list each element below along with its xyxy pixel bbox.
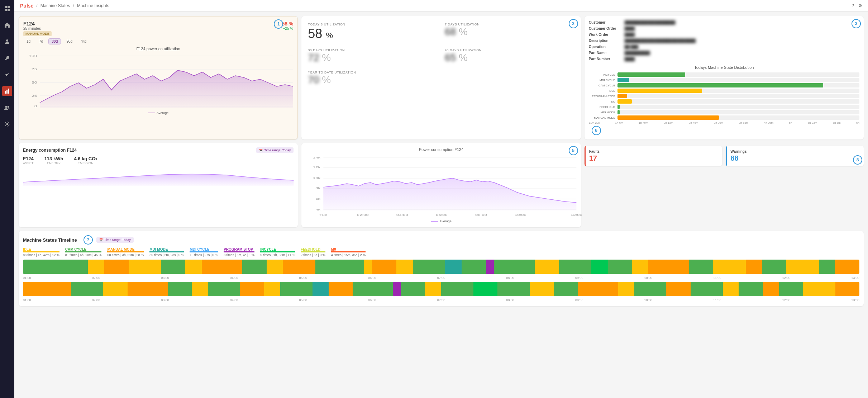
sidebar-icon-tool[interactable] <box>2 53 12 63</box>
energy-value: 113 kWh <box>44 156 63 161</box>
machine-pct-value: 58 % <box>282 21 293 27</box>
timeline-bar-2 <box>23 282 859 296</box>
legend-cam-cycle: CAM CYCLE 81 times | 6h, 10m | 45 % <box>65 247 102 257</box>
timeline-header: Machine States Timeline 7 📅 Time range: … <box>23 235 859 245</box>
metric-asset: F124 ASSET <box>23 156 34 165</box>
util-7d-value: 68 % <box>445 26 574 38</box>
util-30d-value: 72 % <box>308 52 438 63</box>
machine-mode-badge: MANUAL MODE <box>23 31 52 36</box>
svg-text:25: 25 <box>32 94 37 98</box>
svg-text:100: 100 <box>29 54 37 58</box>
util-7d: 7 DAYS UTILIZATION 68 % <box>443 20 577 43</box>
util-90d-value: 65 % <box>445 52 574 63</box>
svg-text:50: 50 <box>32 81 37 84</box>
card-energy: Energy consumption F124 📅 Time range: To… <box>19 143 298 227</box>
dashboard: F124 25 minutes MANUAL MODE 58 % +25 % 1… <box>14 12 868 398</box>
card-utilization-stats: 2 TODAY'S UTILIZATION 58 % 7 DAYS UTILIZ… <box>301 16 581 139</box>
asset-value: F124 <box>23 156 34 161</box>
legend-feedhold: FEEDHOLD 2 times | 5s | 0 % <box>301 247 325 257</box>
machine-id: F124 <box>23 21 52 27</box>
sidebar-icon-chart[interactable] <box>2 86 12 96</box>
help-icon[interactable]: ? <box>852 3 854 8</box>
utilization-chart: 100 75 50 25 0 TueThuSatMonWedFriSunTueT… <box>23 52 293 110</box>
sidebar-icon-group[interactable] <box>2 103 12 113</box>
tab-ytd[interactable]: Ytd <box>78 38 90 44</box>
svg-text:12k: 12k <box>313 166 321 169</box>
faults-card: Faults 17 <box>585 146 722 166</box>
period-tabs: 1d 7d 30d 90d Ytd <box>23 38 293 44</box>
asset-label: ASSET <box>23 161 34 165</box>
util-today: TODAY'S UTILIZATION 58 % <box>306 20 440 43</box>
util-ytd: YEAR TO DATE UTILIZATION 70 % <box>306 68 576 88</box>
tab-1d[interactable]: 1d <box>23 38 34 44</box>
svg-text:Tue: Tue <box>320 213 328 217</box>
timeline-bar-inner-2 <box>23 282 859 296</box>
state-dist-title: Todays Machine State Distribution <box>589 65 859 70</box>
sidebar-icon-user[interactable] <box>2 37 12 47</box>
svg-text:08:00: 08:00 <box>475 213 487 217</box>
job-info-fields: Customer ████████████████████ Customer O… <box>589 20 859 61</box>
sidebar-icon-check[interactable] <box>2 70 12 80</box>
card-power-consumption: 5 Power consumption F124 14k 12k 10k 8k … <box>301 143 581 227</box>
fault-row: Faults 17 Warnings 88 8 <box>585 146 864 166</box>
util-grid: TODAY'S UTILIZATION 58 % 7 DAYS UTILIZAT… <box>306 20 576 88</box>
svg-text:6k: 6k <box>316 197 321 200</box>
mid-row: Energy consumption F124 📅 Time range: To… <box>19 143 864 227</box>
faults-label: Faults <box>589 150 719 153</box>
sidebar-icon-grid[interactable] <box>2 4 12 14</box>
timeline-bar-inner-1 <box>23 260 859 274</box>
faults-count: 17 <box>589 154 719 162</box>
job-info-work-order: Work Order ████ <box>589 33 859 37</box>
job-info-operation: Operation ██ ███ <box>589 45 859 49</box>
svg-rect-5 <box>5 91 6 94</box>
badge-3: 3 <box>852 19 861 28</box>
card-job-info: 3 Customer ████████████████████ Customer… <box>585 16 864 139</box>
svg-point-9 <box>8 106 9 108</box>
topbar: Pulse / Machine States / Machine Insight… <box>14 0 868 12</box>
legend-program-stop: PROGRAM STOP 3 times | 6m, 4s | 1 % <box>224 247 254 257</box>
tab-90d[interactable]: 90d <box>63 38 76 44</box>
sidebar-icon-home[interactable] <box>2 20 12 30</box>
util-ytd-value: 70 % <box>308 74 574 86</box>
chart1-title: F124 power on utilization <box>23 47 293 51</box>
svg-text:0: 0 <box>34 104 37 108</box>
machine-info: F124 25 minutes MANUAL MODE <box>23 21 52 36</box>
breadcrumb-sep2: / <box>73 3 74 8</box>
svg-text:8k: 8k <box>316 186 321 190</box>
svg-point-8 <box>5 106 7 108</box>
job-info-description: Description ████████████████████████████ <box>589 39 859 43</box>
svg-text:10k: 10k <box>313 176 321 180</box>
tab-30d[interactable]: 30d <box>48 38 61 44</box>
breadcrumb-machine-insights[interactable]: Machine Insights <box>77 3 109 8</box>
timeline-axis-2: 01:0002:0003:0004:0005:0006:0007:0008:00… <box>23 298 859 302</box>
settings-icon[interactable]: ⚙ <box>858 3 862 8</box>
badge-6: 6 <box>592 126 601 135</box>
main-content: Pulse / Machine States / Machine Insight… <box>14 0 868 398</box>
svg-text:10:00: 10:00 <box>515 213 526 217</box>
badge-7: 7 <box>84 235 93 245</box>
util-30d-label: 30 DAYS UTILIZATION <box>308 48 438 52</box>
state-bars: INCYCLE MDI CYCLE CAM CYCLE IDLE PROGRAM… <box>589 72 859 120</box>
sidebar <box>0 0 14 398</box>
timeline-bar-1 <box>23 260 859 274</box>
tab-7d[interactable]: 7d <box>36 38 46 44</box>
svg-text:12:00: 12:00 <box>571 213 582 217</box>
svg-rect-2 <box>5 9 7 11</box>
time-range-button-timeline[interactable]: 📅 Time range: Today <box>96 237 134 243</box>
svg-rect-6 <box>6 90 8 94</box>
util-today-value: 58 % <box>308 26 438 41</box>
time-range-button-energy[interactable]: 📅 Time range: Today <box>256 147 294 153</box>
sidebar-icon-settings[interactable] <box>2 119 12 129</box>
app-logo: Pulse <box>20 3 33 9</box>
energy-chart-svg <box>23 168 294 186</box>
svg-point-4 <box>6 39 8 42</box>
svg-text:75: 75 <box>32 67 37 71</box>
power-chart-legend: Average <box>306 219 576 223</box>
warnings-count: 88 <box>730 154 860 162</box>
badge-2: 2 <box>569 19 578 28</box>
power-chart-title: Power consumption F124 <box>306 147 576 152</box>
legend-manual-mode: MANUAL MODE 68 times | 3h, 51m | 28 % <box>107 247 144 257</box>
job-info-customer: Customer ████████████████████ <box>589 20 859 24</box>
svg-text:14k: 14k <box>313 156 321 159</box>
breadcrumb-machine-states[interactable]: Machine States <box>40 3 70 8</box>
